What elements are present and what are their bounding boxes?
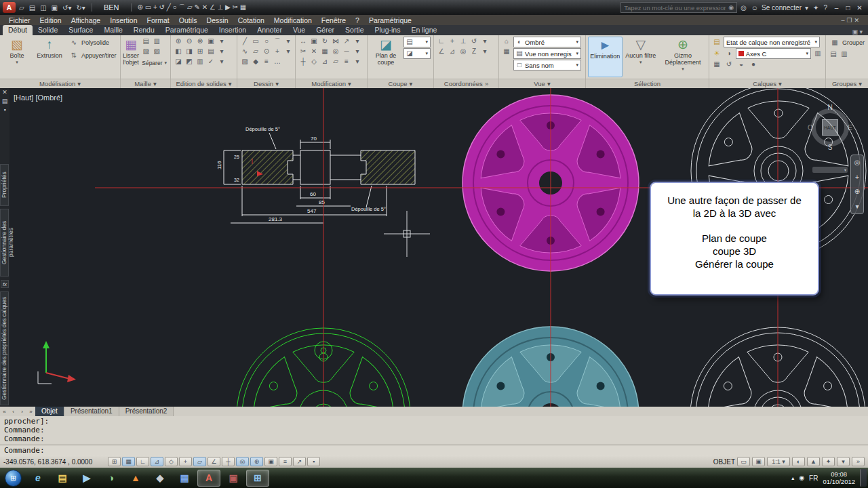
open-file-icon[interactable]: ▤	[28, 4, 37, 12]
intersection-icon[interactable]: ⊗	[195, 37, 205, 46]
last-layout-icon[interactable]: »	[26, 409, 35, 415]
palette-tab-calques[interactable]: Gestionnaire des propriétés des calques	[0, 291, 9, 405]
autoscale-icon[interactable]: ▲	[807, 457, 820, 466]
point-icon[interactable]: ⊙	[261, 47, 272, 56]
explode-icon[interactable]: ┼	[298, 57, 309, 66]
help-icon[interactable]: ?	[822, 4, 829, 12]
panel-label-groupes[interactable]: Groupes▾	[826, 79, 868, 88]
panel-label-vue[interactable]: Vue▾	[499, 79, 585, 88]
next-layout-icon[interactable]: ›	[18, 409, 26, 415]
rectangle-icon[interactable]: ▭	[250, 37, 261, 46]
dyn-toggle[interactable]: ◎	[236, 457, 249, 466]
copy-icon[interactable]: ▣	[309, 37, 319, 46]
tab-annoter[interactable]: Annoter	[252, 25, 288, 35]
layer-state-dropdown[interactable]: Etat de calque non enregistré ▾	[724, 37, 820, 47]
panel-label-maille[interactable]: Maille▾	[121, 79, 170, 88]
plan-de-coupe-button[interactable]: ◪ Plan de coupe	[370, 37, 402, 77]
mesh-refine-icon[interactable]: ▤	[140, 37, 151, 46]
hatch-icon[interactable]: ▨	[239, 57, 250, 66]
tab-plugins[interactable]: Plug-ins	[369, 25, 406, 35]
chevron-down-icon[interactable]: ▾	[352, 57, 363, 66]
mirror-icon[interactable]: ⋈	[330, 37, 341, 46]
ucs-named-icon[interactable]: Z	[469, 47, 479, 56]
extrude-face-icon[interactable]: ◧	[173, 47, 184, 56]
quickprops-toggle[interactable]: ≡	[279, 457, 292, 466]
erase-icon[interactable]: ✕	[309, 47, 319, 56]
chevron-down-icon[interactable]: ▾	[216, 37, 227, 46]
close-button[interactable]: ✕	[854, 4, 865, 12]
aucun-filtre-button[interactable]: ▽ Aucun filtre ▾	[624, 37, 658, 77]
tab-presentation1[interactable]: Présentation1	[64, 407, 119, 416]
menu-aide[interactable]: ?	[351, 16, 364, 24]
menu-dessin[interactable]: Dessin	[202, 16, 233, 24]
ucs-view-icon[interactable]: ◎	[458, 47, 469, 56]
snap-toggle[interactable]: ▦	[122, 457, 135, 466]
layout-icon[interactable]: ▣	[752, 457, 765, 466]
ducs-toggle[interactable]: ┼	[222, 457, 235, 466]
model-icon[interactable]: ▭	[737, 457, 750, 466]
polygon-icon[interactable]: ▱	[250, 47, 261, 56]
current-layer-dropdown[interactable]: Axes C ▾	[736, 48, 811, 59]
panel-label-modification[interactable]: Modification▾	[296, 79, 367, 88]
lisser-objet-button[interactable]: ▦ Lisser l'objet	[123, 37, 139, 77]
visual-style-dropdown[interactable]: ◐ Ombré ▾	[513, 37, 581, 47]
layer-lock-icon[interactable]: ◒	[736, 60, 747, 69]
lwt-toggle[interactable]: ⊕	[250, 457, 263, 466]
offset-icon[interactable]: ◎	[330, 47, 341, 56]
tab-objet[interactable]: Objet	[35, 407, 64, 416]
tab-maille[interactable]: Maille	[98, 25, 127, 35]
extrusion-button[interactable]: ↑ Extrusion	[33, 37, 66, 77]
imprint-icon[interactable]: ▤	[205, 47, 216, 56]
search-icon[interactable]: ◉	[728, 4, 734, 11]
mesh-merge-icon[interactable]: ▧	[151, 47, 162, 56]
ortho-toggle[interactable]: ⊿	[151, 457, 163, 466]
separer-button[interactable]: Séparer ▾	[140, 57, 168, 69]
viewcube-east[interactable]: E	[848, 124, 852, 131]
tab-debut[interactable]: Début	[3, 25, 33, 35]
layer-match-icon[interactable]: ▦	[711, 60, 722, 69]
menu-insertion[interactable]: Insertion	[105, 16, 142, 24]
arc-icon[interactable]: ⌒	[272, 37, 283, 46]
polar-toggle[interactable]: ◇	[165, 457, 178, 466]
command-prompt[interactable]: Commande:	[0, 445, 868, 455]
menu-cotation[interactable]: Cotation	[233, 16, 269, 24]
exchange-icon[interactable]: ◎	[739, 4, 748, 12]
gizmo-deplacement-button[interactable]: ⊕ Gizmo Déplacement ▾	[659, 37, 707, 77]
boite-button[interactable]: ▧ Boîte ▾	[2, 37, 32, 77]
layer-off-icon[interactable]: ●	[748, 60, 759, 69]
elimination-button[interactable]: ► Elimination	[588, 37, 623, 77]
palette-tab-parametres[interactable]: Gestionnaire des paramètres	[0, 209, 9, 277]
panel-label-dessin[interactable]: Dessin▾	[237, 79, 295, 88]
mesh-extrude-icon[interactable]: ▨	[140, 47, 151, 56]
help-search-box[interactable]: ◉	[620, 2, 737, 13]
viewport-label[interactable]: [Haut] [Ombré]	[14, 94, 62, 102]
stretch-icon[interactable]: ─	[341, 47, 352, 56]
chevron-down-icon[interactable]: ▾	[479, 47, 490, 56]
taskbar-ie-icon[interactable]: e	[26, 470, 50, 487]
taskbar-media-icon[interactable]: ▶	[75, 470, 98, 487]
fillet-icon[interactable]: ◇	[309, 57, 319, 66]
maximize-button[interactable]: □	[842, 4, 854, 12]
selectioncycling-toggle[interactable]: ↗	[293, 457, 306, 466]
layer-isolate-icon[interactable]: ▥	[812, 49, 823, 58]
menu-parametrique[interactable]: Paramétrique	[364, 16, 416, 24]
circle-icon[interactable]: ○	[261, 37, 272, 46]
viewcube-menu-bar[interactable]: ▾	[812, 167, 848, 173]
rotate-icon[interactable]: ↻	[319, 37, 330, 46]
chevron-down-icon[interactable]: ▾	[283, 37, 294, 46]
start-button[interactable]: ⊞	[5, 470, 22, 487]
shell-icon[interactable]: ⊞	[195, 47, 205, 56]
osnap-toggle[interactable]: +	[179, 457, 192, 466]
annotation-visibility-icon[interactable]: ◐	[792, 457, 805, 466]
palette-tab-proprietes[interactable]: Propriétés	[0, 164, 9, 206]
menu-format[interactable]: Format	[142, 16, 174, 24]
chevron-down-icon[interactable]: ▾	[352, 37, 363, 46]
save-icon[interactable]: ◫	[39, 4, 47, 12]
group-edit-icon[interactable]: ▥	[839, 49, 850, 59]
solid-edit-icon[interactable]: ▣	[205, 37, 216, 46]
minimize-button[interactable]: –	[831, 4, 842, 12]
status-menu-icon[interactable]: ▾	[837, 457, 850, 466]
trim-icon[interactable]: ✂	[298, 47, 309, 56]
chevron-down-icon[interactable]: ▾	[216, 57, 227, 66]
tab-gerer[interactable]: Gérer	[311, 25, 340, 35]
